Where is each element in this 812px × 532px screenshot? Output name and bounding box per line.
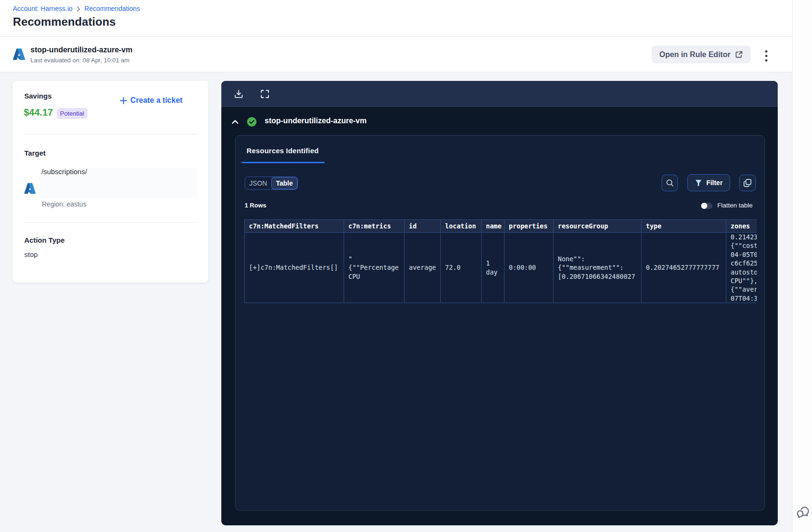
filter-funnel-icon bbox=[695, 179, 702, 187]
results-panel: stop-underutilized-azure-vm Resources Id… bbox=[221, 81, 778, 525]
panel-rule-name: stop-underutilized-azure-vm bbox=[265, 117, 366, 125]
table-cell: average bbox=[405, 233, 441, 303]
toggle-knob bbox=[701, 203, 707, 209]
rows-count: 1 Rows bbox=[245, 202, 267, 209]
resources-identified-panel: Resources Identified JSON Table Filter bbox=[235, 135, 765, 511]
action-type-label: Action Type bbox=[24, 236, 65, 244]
filter-label: Filter bbox=[706, 179, 723, 187]
open-in-rule-editor-label: Open in Rule Editor bbox=[659, 50, 730, 59]
support-chat-button[interactable] bbox=[796, 505, 811, 520]
table-cell: " {""Percentage CPU bbox=[344, 233, 405, 303]
results-panel-toolbar bbox=[221, 81, 778, 107]
tab-underline bbox=[242, 162, 325, 163]
open-in-rule-editor-button[interactable]: Open in Rule Editor bbox=[652, 46, 751, 63]
create-ticket-label: Create a ticket bbox=[130, 96, 182, 105]
chevron-up-icon bbox=[231, 119, 239, 125]
table-cell: 0.214233 {""costs 04-05T00 c6cf6250 auto… bbox=[726, 233, 757, 303]
breadcrumb-current-link[interactable]: Recommendations bbox=[84, 5, 140, 12]
target-region: Region: eastus bbox=[42, 200, 86, 208]
recommendation-last-evaluated: Last evaluated on: 08 Apr, 10:01 am bbox=[30, 57, 129, 64]
column-header[interactable]: id bbox=[405, 220, 441, 233]
plus-icon bbox=[120, 97, 127, 104]
flatten-table-toggle[interactable] bbox=[701, 203, 713, 209]
search-button[interactable] bbox=[662, 175, 678, 191]
create-ticket-button[interactable]: Create a ticket bbox=[120, 96, 182, 105]
download-icon bbox=[234, 89, 243, 99]
column-header[interactable]: zones bbox=[726, 220, 757, 233]
table-cell: 0:00:00 bbox=[505, 233, 554, 303]
table-row: [+]c7n:MatchedFilters[] " {""Percentage … bbox=[245, 233, 757, 303]
right-gutter bbox=[792, 0, 812, 532]
column-header[interactable]: name bbox=[482, 220, 505, 233]
recommendations-page: Account: Harness.io Recommendations Reco… bbox=[0, 0, 812, 532]
divider bbox=[24, 134, 197, 134]
column-header[interactable]: type bbox=[642, 220, 726, 233]
fullscreen-button[interactable] bbox=[258, 88, 271, 100]
table-header-row: c7n:MatchedFilters c7n:metrics id locati… bbox=[245, 220, 757, 233]
tab-resources-identified[interactable]: Resources Identified bbox=[247, 147, 319, 155]
more-options-button[interactable] bbox=[761, 45, 772, 68]
table-cell: 72.0 bbox=[441, 233, 482, 303]
table-cell: 0.20274652777777777 bbox=[642, 233, 726, 303]
target-label: Target bbox=[24, 149, 46, 157]
view-table-segment[interactable]: Table bbox=[271, 177, 297, 189]
column-header[interactable]: location bbox=[441, 220, 482, 233]
flatten-table-label: Flatten table bbox=[717, 202, 753, 209]
column-header[interactable]: c7n:metrics bbox=[344, 220, 405, 233]
savings-label: Savings bbox=[24, 92, 52, 100]
kebab-menu-icon bbox=[765, 50, 768, 62]
recommendation-header: stop-underutilized-azure-vm Last evaluat… bbox=[0, 36, 792, 72]
column-header[interactable]: c7n:MatchedFilters bbox=[245, 220, 344, 233]
external-link-icon bbox=[735, 50, 743, 59]
collapse-row-button[interactable] bbox=[231, 119, 239, 125]
savings-amount: $44.17 bbox=[24, 107, 53, 118]
table-cell: None"": {""measurement"": [0.20671066342… bbox=[554, 233, 642, 303]
potential-badge-label: Potential bbox=[60, 110, 84, 117]
action-type-value: stop bbox=[24, 250, 38, 258]
resources-table: c7n:MatchedFilters c7n:metrics id locati… bbox=[244, 219, 757, 303]
search-icon bbox=[666, 179, 674, 187]
filter-button[interactable]: Filter bbox=[687, 174, 730, 191]
download-button[interactable] bbox=[232, 88, 245, 100]
fullscreen-icon bbox=[260, 89, 269, 99]
table-cell: 1 day bbox=[482, 233, 505, 303]
view-mode-segmented-control: JSON Table bbox=[245, 177, 298, 190]
column-header[interactable]: properties bbox=[505, 220, 554, 233]
chat-bubbles-icon bbox=[796, 505, 811, 520]
savings-card: Savings Create a ticket $44.17 Potential… bbox=[12, 81, 208, 283]
azure-logo-icon bbox=[12, 48, 26, 61]
resources-table-container: c7n:MatchedFilters c7n:metrics id locati… bbox=[244, 219, 757, 304]
column-header[interactable]: resourceGroup bbox=[554, 220, 642, 233]
recommendation-name: stop-underutilized-azure-vm bbox=[30, 46, 132, 54]
view-json-segment[interactable]: JSON bbox=[245, 177, 271, 189]
breadcrumb: Account: Harness.io Recommendations bbox=[13, 5, 140, 12]
breadcrumb-account-link[interactable]: Account: Harness.io bbox=[13, 5, 72, 12]
matched-filters-expand-link[interactable]: [+]c7n:MatchedFilters[] bbox=[245, 233, 344, 303]
divider bbox=[24, 222, 197, 223]
azure-logo-icon bbox=[24, 182, 36, 195]
potential-badge: Potential bbox=[57, 108, 88, 119]
page-title: Recommendations bbox=[13, 15, 116, 29]
target-path: /subscriptions/ bbox=[41, 167, 87, 176]
success-check-icon bbox=[247, 117, 257, 127]
copy-button[interactable] bbox=[739, 175, 756, 191]
copy-icon bbox=[743, 178, 752, 187]
breadcrumb-chevron-icon bbox=[76, 6, 80, 12]
